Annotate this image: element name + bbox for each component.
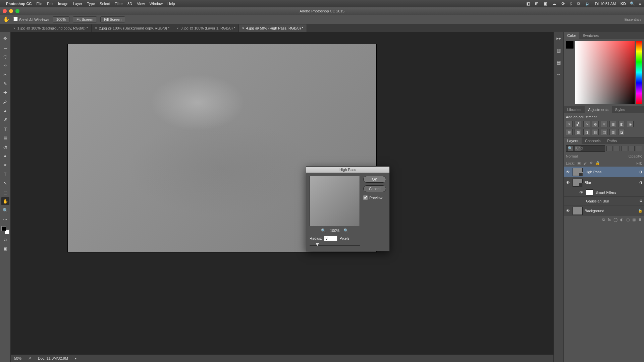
document-tab[interactable]: ×4.jpg @ 50% (High Pass, RGB/8) * <box>239 24 307 32</box>
status-zoom[interactable]: 50% <box>14 356 21 360</box>
fill-screen-button[interactable]: Fill Screen <box>100 16 125 22</box>
layer-name[interactable]: Background <box>585 209 604 213</box>
lock-transparency-icon[interactable]: ▣ <box>577 161 581 165</box>
status-chevron-icon[interactable]: ▸ <box>75 356 77 361</box>
hand-tool[interactable]: ✋ <box>1 197 9 205</box>
layer-row[interactable]: 👁 Blur ◑ <box>564 177 644 188</box>
adjustment-layer-icon[interactable]: ◐ <box>620 218 624 222</box>
status-doc-size[interactable]: Doc: 11.0M/32.9M <box>38 356 68 360</box>
vibrance-icon[interactable]: ▽ <box>601 121 607 127</box>
dodge-tool[interactable]: ● <box>1 152 9 160</box>
visibility-icon[interactable]: 👁 <box>565 180 571 185</box>
filter-smart-icon[interactable] <box>636 146 642 151</box>
close-icon[interactable]: × <box>176 26 178 30</box>
posterize-icon[interactable]: ▤ <box>592 129 599 135</box>
document-tab[interactable]: ×3.jpg @ 100% (Layer 1, RGB/8) * <box>173 24 239 32</box>
tab-libraries[interactable]: Libraries <box>564 106 585 113</box>
magic-wand-tool[interactable]: ✧ <box>1 61 9 69</box>
visibility-icon[interactable]: 👁 <box>565 208 571 213</box>
hue-slider[interactable] <box>636 41 642 104</box>
menu-image[interactable]: Image <box>58 2 68 6</box>
shape-tool[interactable]: ▢ <box>1 188 9 196</box>
visibility-icon[interactable]: 👁 <box>579 190 584 195</box>
menu-select[interactable]: Select <box>100 2 110 6</box>
exposure-icon[interactable]: ◐ <box>592 121 599 127</box>
lock-all-icon[interactable]: 🔒 <box>595 161 600 165</box>
layer-mask-icon[interactable]: ◯ <box>613 218 618 222</box>
visibility-icon[interactable]: 👁 <box>565 170 571 174</box>
color-field[interactable] <box>575 41 635 104</box>
delete-layer-icon[interactable]: 🗑 <box>638 218 642 222</box>
wifi-icon[interactable]: ⧉ <box>577 1 580 6</box>
info-icon[interactable]: ↔ <box>556 72 561 77</box>
layer-row[interactable]: Gaussian Blur ⚙ <box>564 197 644 205</box>
gradient-map-icon[interactable]: ▥ <box>609 129 616 135</box>
layer-name[interactable]: Blur <box>585 181 591 185</box>
document-tab[interactable]: ×1.jpg @ 100% (Background copy, RGB/8) * <box>10 24 92 32</box>
quickmask-toggle[interactable]: ◘ <box>1 235 9 243</box>
filter-pixel-icon[interactable] <box>606 146 612 151</box>
brush-tool[interactable]: 🖌 <box>1 98 9 106</box>
history-icon[interactable]: ▥ <box>556 48 561 53</box>
layer-thumbnail[interactable] <box>573 168 583 176</box>
eyedropper-tool[interactable]: ✎ <box>1 79 9 87</box>
healing-tool[interactable]: ✚ <box>1 88 9 97</box>
layer-row[interactable]: 👁 High Pass ◑ <box>564 167 644 177</box>
hue-icon[interactable]: ▦ <box>609 121 616 127</box>
layer-name[interactable]: Smart Filters <box>595 190 616 194</box>
tray-icon[interactable]: ⟳ <box>561 1 565 6</box>
lock-pixels-icon[interactable]: 🖌 <box>583 161 587 165</box>
marquee-tool[interactable]: ▭ <box>1 43 9 51</box>
cancel-button[interactable]: Cancel <box>363 185 386 192</box>
zoom-dropdown[interactable]: 100% <box>53 16 69 22</box>
scroll-all-checkbox[interactable]: Scroll All Windows <box>13 17 49 22</box>
menu-help[interactable]: Help <box>167 2 175 6</box>
curves-icon[interactable]: ∿ <box>583 121 590 127</box>
fg-bg-swatch[interactable] <box>1 226 9 234</box>
selective-color-icon[interactable]: ◪ <box>618 129 625 135</box>
blend-mode-dropdown[interactable]: Normal <box>566 154 578 158</box>
type-tool[interactable]: T <box>1 170 9 178</box>
canvas-area[interactable]: High Pass 🔍 100% 🔍 Radius: Pixels <box>11 32 553 362</box>
lasso-tool[interactable]: ◌ <box>1 52 9 60</box>
volume-icon[interactable]: 🔈 <box>585 1 590 6</box>
tab-color[interactable]: Color <box>564 32 579 39</box>
zoom-out-icon[interactable]: 🔍 <box>321 228 326 233</box>
tray-icon[interactable]: ◧ <box>526 1 530 6</box>
eraser-tool[interactable]: ◫ <box>1 125 9 133</box>
tab-styles[interactable]: Styles <box>612 106 629 113</box>
screenmode-toggle[interactable]: ▣ <box>1 244 9 252</box>
properties-icon[interactable]: ▦ <box>556 60 561 65</box>
layer-thumbnail[interactable] <box>573 179 583 187</box>
lookup-icon[interactable]: ▩ <box>575 129 581 135</box>
new-layer-icon[interactable]: ▦ <box>632 218 636 222</box>
menu-type[interactable]: Type <box>87 2 95 6</box>
menu-filter[interactable]: Filter <box>115 2 123 6</box>
menu-file[interactable]: File <box>36 2 42 6</box>
pen-tool[interactable]: ✒ <box>1 161 9 169</box>
filter-adj-icon[interactable] <box>614 146 620 151</box>
layer-row[interactable]: 👁 Smart Filters <box>564 188 644 197</box>
crop-tool[interactable]: ✂ <box>1 70 9 78</box>
tab-paths[interactable]: Paths <box>604 137 620 144</box>
tab-adjustments[interactable]: Adjustments <box>585 106 612 113</box>
color-swatch[interactable] <box>566 41 574 49</box>
app-name[interactable]: Photoshop CC <box>6 2 32 6</box>
layer-name[interactable]: High Pass <box>585 170 601 174</box>
high-pass-dialog[interactable]: High Pass 🔍 100% 🔍 Radius: Pixels <box>306 166 390 251</box>
menubar-user[interactable]: KD <box>621 2 626 6</box>
tray-icon[interactable]: ▣ <box>543 1 547 6</box>
filter-type-icon[interactable] <box>621 146 627 151</box>
zoom-tool[interactable]: 🔍 <box>1 206 9 214</box>
radius-input[interactable] <box>324 236 337 241</box>
notifications-icon[interactable]: ≡ <box>639 1 641 6</box>
menu-layer[interactable]: Layer <box>73 2 83 6</box>
filter-mask-thumbnail[interactable] <box>586 189 593 195</box>
hand-tool-icon[interactable]: ✋ <box>3 16 10 23</box>
window-titlebar[interactable]: Adobe Photoshop CC 2015 <box>0 7 644 15</box>
history-brush-tool[interactable]: ↺ <box>1 116 9 124</box>
menu-view[interactable]: View <box>137 2 145 6</box>
stamp-tool[interactable]: ▲ <box>1 107 9 115</box>
preview-checkbox[interactable]: Preview <box>363 195 386 200</box>
lock-position-icon[interactable]: ✥ <box>590 161 593 165</box>
